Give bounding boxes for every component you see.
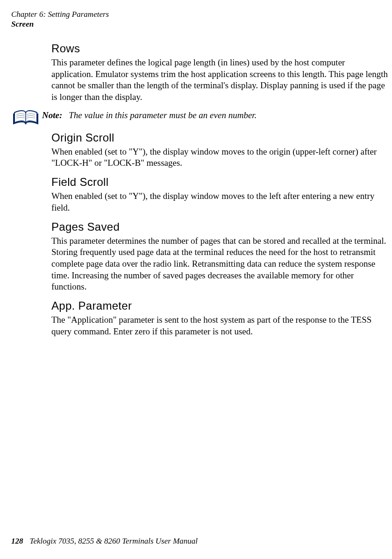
body-field-scroll: When enabled (set to "Y"), the display w… bbox=[51, 191, 389, 213]
running-header: Chapter 6: Setting Parameters Screen bbox=[11, 9, 109, 29]
note-body: The value in this parameter must be an e… bbox=[69, 110, 257, 120]
heading-app-parameter: App. Parameter bbox=[51, 299, 389, 312]
page-number: 128 bbox=[11, 537, 23, 545]
body-pages-saved: This parameter determines the number of … bbox=[51, 235, 389, 293]
heading-origin-scroll: Origin Scroll bbox=[51, 131, 389, 144]
footer: 128Teklogix 7035, 8255 & 8260 Terminals … bbox=[11, 537, 198, 546]
chapter-title: Chapter 6: Setting Parameters bbox=[11, 9, 109, 19]
section-pages-saved: Pages Saved This parameter determines th… bbox=[51, 220, 389, 293]
body-app-parameter: The "Application" parameter is sent to t… bbox=[51, 314, 389, 337]
section-origin-scroll: Origin Scroll When enabled (set to "Y"),… bbox=[51, 131, 389, 169]
body-rows: This parameter defines the logical page … bbox=[51, 57, 389, 103]
note-label: Note: bbox=[42, 110, 62, 120]
book-icon bbox=[9, 110, 42, 127]
heading-field-scroll: Field Scroll bbox=[51, 176, 389, 189]
section-rows: Rows This parameter defines the logical … bbox=[51, 42, 389, 103]
note-text: Note:The value in this parameter must be… bbox=[42, 110, 257, 121]
heading-pages-saved: Pages Saved bbox=[51, 220, 389, 234]
section-app-parameter: App. Parameter The "Application" paramet… bbox=[51, 299, 389, 337]
page: Chapter 6: Setting Parameters Screen Row… bbox=[0, 0, 392, 559]
section-field-scroll: Field Scroll When enabled (set to "Y"), … bbox=[51, 176, 389, 213]
content-area: Rows This parameter defines the logical … bbox=[51, 42, 389, 344]
note-block: Note:The value in this parameter must be… bbox=[9, 110, 389, 127]
heading-rows: Rows bbox=[51, 42, 389, 55]
manual-title: Teklogix 7035, 8255 & 8260 Terminals Use… bbox=[30, 537, 198, 545]
body-origin-scroll: When enabled (set to "Y"), the display w… bbox=[51, 146, 389, 169]
section-title: Screen bbox=[11, 19, 109, 29]
